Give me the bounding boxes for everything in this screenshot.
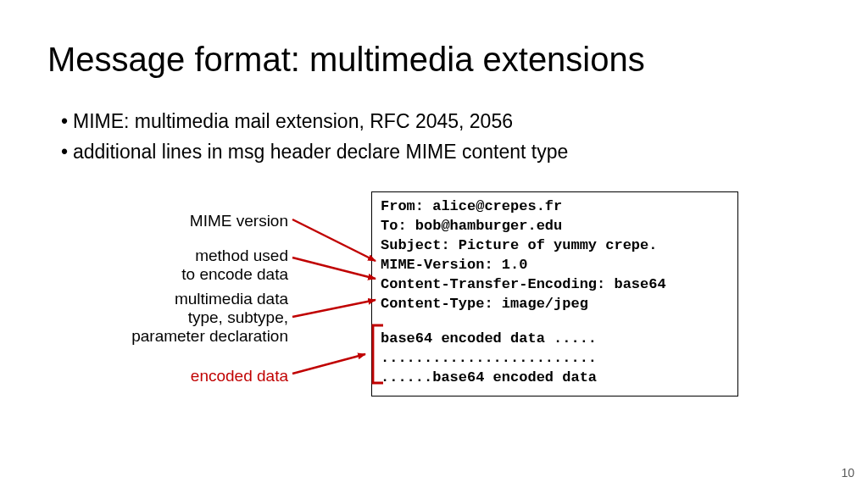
annotation-line: type, subtype, bbox=[188, 308, 288, 326]
msg-line-body: base64 encoded data ..... bbox=[381, 330, 729, 349]
svg-line-1 bbox=[292, 258, 376, 279]
msg-line-cte: Content-Transfer-Encoding: base64 bbox=[381, 275, 729, 295]
slide-title: Message format: multimedia extensions bbox=[47, 41, 645, 79]
annotation-line: parameter declaration bbox=[131, 327, 288, 345]
bullet-text: MIME: multimedia mail extension, RFC 204… bbox=[73, 110, 513, 132]
annotation-line: method used bbox=[195, 247, 288, 264]
msg-line-ctype: Content-Type: image/jpeg bbox=[381, 295, 729, 314]
msg-line-from: From: alice@crepes.fr bbox=[381, 197, 729, 217]
msg-line-subject: Subject: Picture of yummy crepe. bbox=[381, 236, 729, 256]
message-header-box: From: alice@crepes.fr To: bob@hamburger.… bbox=[371, 191, 738, 396]
bullet-text: additional lines in msg header declare M… bbox=[73, 141, 568, 163]
msg-line-mime-version: MIME-Version: 1.0 bbox=[381, 256, 729, 275]
svg-line-3 bbox=[292, 354, 365, 374]
msg-line-body: ......................... bbox=[381, 349, 729, 369]
diagram: MIME version method used to encode data … bbox=[0, 191, 868, 463]
svg-line-0 bbox=[292, 219, 376, 261]
page-number: 10 bbox=[841, 466, 854, 480]
msg-line-body: ......base64 encoded data bbox=[381, 369, 729, 388]
annotation-line: multimedia data bbox=[175, 290, 288, 308]
annotation-line: to encode data bbox=[181, 265, 288, 283]
annotation-mime-version: MIME version bbox=[170, 212, 288, 230]
msg-line-to: To: bob@hamburger.edu bbox=[381, 217, 729, 236]
slide: Message format: multimedia extensions •M… bbox=[0, 0, 868, 488]
annotation-content-type: multimedia data type, subtype, parameter… bbox=[119, 290, 288, 346]
blank-line bbox=[381, 314, 729, 330]
bullet-item: •additional lines in msg header declare … bbox=[61, 137, 568, 168]
annotation-encoded-data: encoded data bbox=[170, 367, 288, 385]
bullet-item: •MIME: multimedia mail extension, RFC 20… bbox=[61, 107, 568, 137]
bullet-list: •MIME: multimedia mail extension, RFC 20… bbox=[61, 107, 568, 167]
svg-line-2 bbox=[292, 300, 376, 317]
annotation-encoding-method: method used to encode data bbox=[170, 247, 288, 284]
